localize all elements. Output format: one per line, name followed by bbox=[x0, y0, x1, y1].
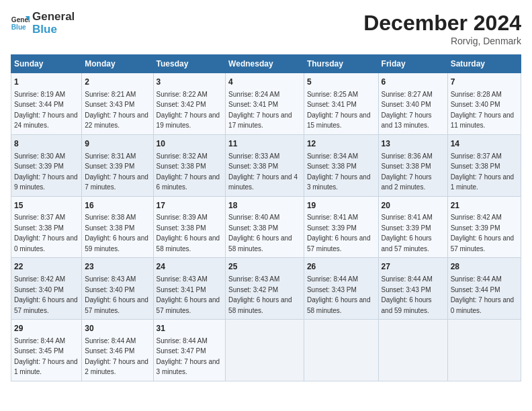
day-info: Sunrise: 8:43 AMSunset: 3:40 PMDaylight:… bbox=[85, 275, 148, 314]
day-number: 21 bbox=[451, 200, 518, 212]
day-info: Sunrise: 8:37 AMSunset: 3:38 PMDaylight:… bbox=[14, 214, 78, 253]
day-info: Sunrise: 8:31 AMSunset: 3:39 PMDaylight:… bbox=[85, 152, 148, 191]
day-number: 6 bbox=[382, 77, 445, 88]
day-cell: 3 Sunrise: 8:22 AMSunset: 3:42 PMDayligh… bbox=[153, 73, 226, 135]
svg-text:Blue: Blue bbox=[11, 24, 26, 31]
logo: General Blue General Blue bbox=[11, 11, 75, 36]
day-cell: 26 Sunrise: 8:44 AMSunset: 3:43 PMDaylig… bbox=[304, 258, 378, 320]
day-number: 29 bbox=[14, 323, 79, 334]
day-cell: 24 Sunrise: 8:43 AMSunset: 3:41 PMDaylig… bbox=[153, 258, 226, 320]
day-number: 2 bbox=[85, 77, 150, 88]
day-cell bbox=[226, 320, 304, 381]
day-info: Sunrise: 8:42 AMSunset: 3:40 PMDaylight:… bbox=[14, 275, 78, 314]
day-cell: 6 Sunrise: 8:27 AMSunset: 3:40 PMDayligh… bbox=[378, 73, 447, 135]
day-number: 10 bbox=[157, 138, 223, 150]
day-number: 20 bbox=[382, 200, 445, 212]
day-cell: 30 Sunrise: 8:44 AMSunset: 3:46 PMDaylig… bbox=[82, 320, 153, 381]
main-title: December 2024 bbox=[363, 11, 521, 36]
header-thursday: Thursday bbox=[304, 55, 378, 73]
day-cell: 5 Sunrise: 8:25 AMSunset: 3:41 PMDayligh… bbox=[304, 73, 378, 135]
day-cell: 12 Sunrise: 8:34 AMSunset: 3:38 PMDaylig… bbox=[304, 134, 378, 196]
header-row: SundayMondayTuesdayWednesdayThursdayFrid… bbox=[11, 55, 521, 73]
day-info: Sunrise: 8:37 AMSunset: 3:38 PMDaylight:… bbox=[451, 152, 515, 191]
day-info: Sunrise: 8:28 AMSunset: 3:40 PMDaylight:… bbox=[451, 91, 515, 130]
day-info: Sunrise: 8:40 AMSunset: 3:38 PMDaylight:… bbox=[228, 214, 292, 253]
day-cell: 17 Sunrise: 8:39 AMSunset: 3:38 PMDaylig… bbox=[153, 196, 226, 258]
week-row-1: 1 Sunrise: 8:19 AMSunset: 3:44 PMDayligh… bbox=[11, 73, 521, 135]
day-number: 3 bbox=[157, 77, 223, 88]
day-number: 8 bbox=[14, 138, 79, 150]
header-monday: Monday bbox=[82, 55, 153, 73]
day-cell: 7 Sunrise: 8:28 AMSunset: 3:40 PMDayligh… bbox=[447, 73, 521, 135]
day-info: Sunrise: 8:42 AMSunset: 3:39 PMDaylight:… bbox=[451, 214, 515, 253]
day-info: Sunrise: 8:25 AMSunset: 3:41 PMDaylight:… bbox=[307, 91, 371, 130]
day-cell: 21 Sunrise: 8:42 AMSunset: 3:39 PMDaylig… bbox=[447, 196, 521, 258]
header-saturday: Saturday bbox=[447, 55, 521, 73]
day-cell bbox=[378, 320, 447, 381]
day-number: 12 bbox=[307, 138, 375, 150]
day-cell: 11 Sunrise: 8:33 AMSunset: 3:38 PMDaylig… bbox=[226, 134, 304, 196]
day-number: 17 bbox=[157, 200, 223, 212]
day-cell: 9 Sunrise: 8:31 AMSunset: 3:39 PMDayligh… bbox=[82, 134, 153, 196]
day-info: Sunrise: 8:34 AMSunset: 3:38 PMDaylight:… bbox=[307, 152, 371, 191]
day-info: Sunrise: 8:36 AMSunset: 3:38 PMDaylight:… bbox=[382, 152, 433, 191]
day-number: 27 bbox=[382, 261, 445, 273]
calendar-table: SundayMondayTuesdayWednesdayThursdayFrid… bbox=[11, 54, 521, 381]
day-info: Sunrise: 8:44 AMSunset: 3:44 PMDaylight:… bbox=[451, 275, 515, 314]
day-cell: 15 Sunrise: 8:37 AMSunset: 3:38 PMDaylig… bbox=[11, 196, 82, 258]
day-number: 16 bbox=[85, 200, 150, 212]
header-tuesday: Tuesday bbox=[153, 55, 226, 73]
day-number: 5 bbox=[307, 77, 375, 88]
day-cell: 13 Sunrise: 8:36 AMSunset: 3:38 PMDaylig… bbox=[378, 134, 447, 196]
day-number: 19 bbox=[307, 200, 375, 212]
day-cell: 29 Sunrise: 8:44 AMSunset: 3:45 PMDaylig… bbox=[11, 320, 82, 381]
day-cell bbox=[304, 320, 378, 381]
day-number: 11 bbox=[228, 138, 301, 150]
day-info: Sunrise: 8:44 AMSunset: 3:43 PMDaylight:… bbox=[382, 275, 433, 314]
day-number: 25 bbox=[228, 261, 301, 273]
day-cell: 1 Sunrise: 8:19 AMSunset: 3:44 PMDayligh… bbox=[11, 73, 82, 135]
header-sunday: Sunday bbox=[11, 55, 82, 73]
day-number: 30 bbox=[85, 323, 150, 334]
day-info: Sunrise: 8:44 AMSunset: 3:47 PMDaylight:… bbox=[157, 337, 220, 376]
day-cell: 8 Sunrise: 8:30 AMSunset: 3:39 PMDayligh… bbox=[11, 134, 82, 196]
day-cell: 18 Sunrise: 8:40 AMSunset: 3:38 PMDaylig… bbox=[226, 196, 304, 258]
day-number: 26 bbox=[307, 261, 375, 273]
week-row-4: 22 Sunrise: 8:42 AMSunset: 3:40 PMDaylig… bbox=[11, 258, 521, 320]
day-cell: 2 Sunrise: 8:21 AMSunset: 3:43 PMDayligh… bbox=[82, 73, 153, 135]
day-cell: 16 Sunrise: 8:38 AMSunset: 3:38 PMDaylig… bbox=[82, 196, 153, 258]
week-row-5: 29 Sunrise: 8:44 AMSunset: 3:45 PMDaylig… bbox=[11, 320, 521, 381]
day-number: 18 bbox=[228, 200, 301, 212]
day-number: 14 bbox=[451, 138, 518, 150]
day-number: 7 bbox=[451, 77, 518, 88]
day-info: Sunrise: 8:19 AMSunset: 3:44 PMDaylight:… bbox=[14, 91, 78, 130]
day-cell: 10 Sunrise: 8:32 AMSunset: 3:38 PMDaylig… bbox=[153, 134, 226, 196]
day-cell: 19 Sunrise: 8:41 AMSunset: 3:39 PMDaylig… bbox=[304, 196, 378, 258]
day-cell: 31 Sunrise: 8:44 AMSunset: 3:47 PMDaylig… bbox=[153, 320, 226, 381]
day-info: Sunrise: 8:41 AMSunset: 3:39 PMDaylight:… bbox=[307, 214, 371, 253]
day-number: 31 bbox=[157, 323, 223, 334]
day-number: 1 bbox=[14, 77, 79, 88]
day-number: 28 bbox=[451, 261, 518, 273]
day-cell: 20 Sunrise: 8:41 AMSunset: 3:39 PMDaylig… bbox=[378, 196, 447, 258]
day-info: Sunrise: 8:33 AMSunset: 3:38 PMDaylight:… bbox=[228, 152, 298, 191]
day-cell: 23 Sunrise: 8:43 AMSunset: 3:40 PMDaylig… bbox=[82, 258, 153, 320]
day-info: Sunrise: 8:41 AMSunset: 3:39 PMDaylight:… bbox=[382, 214, 433, 253]
day-number: 23 bbox=[85, 261, 150, 273]
day-info: Sunrise: 8:43 AMSunset: 3:41 PMDaylight:… bbox=[157, 275, 220, 314]
day-cell: 4 Sunrise: 8:24 AMSunset: 3:41 PMDayligh… bbox=[226, 73, 304, 135]
day-info: Sunrise: 8:44 AMSunset: 3:46 PMDaylight:… bbox=[85, 337, 148, 376]
day-number: 24 bbox=[157, 261, 223, 273]
day-info: Sunrise: 8:27 AMSunset: 3:40 PMDaylight:… bbox=[382, 91, 433, 130]
header-wednesday: Wednesday bbox=[226, 55, 304, 73]
day-cell: 22 Sunrise: 8:42 AMSunset: 3:40 PMDaylig… bbox=[11, 258, 82, 320]
day-cell: 14 Sunrise: 8:37 AMSunset: 3:38 PMDaylig… bbox=[447, 134, 521, 196]
day-info: Sunrise: 8:24 AMSunset: 3:41 PMDaylight:… bbox=[228, 91, 292, 130]
day-info: Sunrise: 8:44 AMSunset: 3:45 PMDaylight:… bbox=[14, 337, 78, 376]
day-info: Sunrise: 8:43 AMSunset: 3:42 PMDaylight:… bbox=[228, 275, 292, 314]
day-info: Sunrise: 8:39 AMSunset: 3:38 PMDaylight:… bbox=[157, 214, 220, 253]
day-info: Sunrise: 8:21 AMSunset: 3:43 PMDaylight:… bbox=[85, 91, 148, 130]
week-row-2: 8 Sunrise: 8:30 AMSunset: 3:39 PMDayligh… bbox=[11, 134, 521, 196]
logo-general: General bbox=[32, 11, 75, 24]
logo-icon: General Blue bbox=[11, 14, 30, 33]
